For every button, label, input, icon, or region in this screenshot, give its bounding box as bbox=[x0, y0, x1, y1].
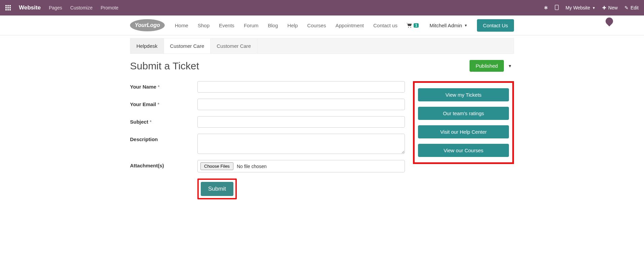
nav-home[interactable]: Home bbox=[171, 20, 192, 31]
ticket-form: Your Name * Your Email * Subject * Descr… bbox=[130, 81, 405, 205]
site-logo[interactable]: YourLogo bbox=[130, 19, 165, 31]
nav-shop[interactable]: Shop bbox=[194, 20, 213, 31]
view-courses-button[interactable]: View our Courses bbox=[418, 144, 509, 157]
side-actions-panel: View my Tickets Our team's ratings Visit… bbox=[413, 81, 514, 164]
team-ratings-button[interactable]: Our team's ratings bbox=[418, 107, 509, 120]
nav-events[interactable]: Events bbox=[216, 20, 238, 31]
file-input-wrapper[interactable]: Choose Files No file chosen bbox=[197, 160, 405, 172]
name-label: Your Name * bbox=[130, 81, 197, 90]
app-brand[interactable]: Website bbox=[19, 4, 41, 11]
page-header-row: Submit a Ticket Published ▼ bbox=[130, 60, 514, 72]
breadcrumb: Helpdesk Customer Care Customer Care bbox=[130, 38, 514, 54]
edit-label: Edit bbox=[631, 5, 639, 10]
bug-icon[interactable]: ✱ bbox=[544, 5, 548, 10]
topbar-right: ✱ My Website ▼ ✚ New ✎ Edit bbox=[544, 5, 639, 11]
topbar-left: Website Pages Customize Promote bbox=[5, 4, 119, 11]
topbar-pages[interactable]: Pages bbox=[49, 5, 62, 10]
email-input[interactable] bbox=[197, 99, 405, 110]
publish-group: Published ▼ bbox=[470, 60, 514, 72]
svg-point-1 bbox=[408, 27, 409, 28]
breadcrumb-root[interactable]: Helpdesk bbox=[130, 38, 164, 54]
edit-button[interactable]: ✎ Edit bbox=[624, 5, 639, 10]
page-title: Submit a Ticket bbox=[130, 60, 199, 72]
help-center-button[interactable]: Visit our Help Center bbox=[418, 125, 509, 138]
published-button[interactable]: Published bbox=[470, 60, 504, 72]
view-my-tickets-button[interactable]: View my Tickets bbox=[418, 88, 509, 101]
my-website-dropdown[interactable]: My Website ▼ bbox=[566, 5, 595, 10]
form-row-attachments: Attachment(s) Choose Files No file chose… bbox=[130, 160, 405, 172]
caret-down-icon: ▼ bbox=[592, 6, 595, 10]
top-toolbar: Website Pages Customize Promote ✱ My Web… bbox=[0, 0, 644, 15]
subject-input[interactable] bbox=[197, 116, 405, 128]
form-row-email: Your Email * bbox=[130, 99, 405, 110]
publish-caret-icon[interactable]: ▼ bbox=[506, 64, 514, 68]
form-row-submit: Submit bbox=[130, 178, 405, 199]
breadcrumb-active[interactable]: Customer Care bbox=[164, 38, 211, 54]
name-input[interactable] bbox=[197, 81, 405, 93]
description-textarea[interactable] bbox=[197, 134, 405, 154]
submit-button[interactable]: Submit bbox=[201, 182, 233, 196]
caret-down-icon: ▼ bbox=[464, 24, 468, 27]
email-label: Your Email * bbox=[130, 99, 197, 107]
apps-grid-icon[interactable] bbox=[5, 5, 11, 10]
pencil-icon: ✎ bbox=[624, 5, 629, 10]
nav-help[interactable]: Help bbox=[284, 20, 301, 31]
svg-rect-0 bbox=[555, 5, 558, 10]
plus-icon: ✚ bbox=[602, 5, 606, 10]
subject-label: Subject * bbox=[130, 116, 197, 125]
site-navbar: YourLogo Home Shop Events Forum Blog Hel… bbox=[0, 15, 644, 35]
breadcrumb-trail: Customer Care bbox=[211, 38, 257, 54]
contact-us-button[interactable]: Contact Us bbox=[477, 19, 514, 32]
my-website-label: My Website bbox=[566, 5, 590, 10]
main-grid: Your Name * Your Email * Subject * Descr… bbox=[130, 81, 514, 205]
new-button[interactable]: ✚ New bbox=[602, 5, 618, 10]
choose-files-button[interactable]: Choose Files bbox=[200, 162, 233, 170]
nav-forum[interactable]: Forum bbox=[240, 20, 262, 31]
cart-count-badge: 1 bbox=[414, 23, 419, 28]
mobile-preview-icon[interactable] bbox=[555, 5, 559, 11]
attachments-label: Attachment(s) bbox=[130, 160, 197, 168]
svg-point-2 bbox=[410, 27, 411, 28]
topbar-customize[interactable]: Customize bbox=[70, 5, 93, 10]
file-status-text: No file chosen bbox=[237, 164, 267, 169]
cart-icon bbox=[406, 23, 412, 28]
new-label: New bbox=[608, 5, 618, 10]
nav-blog[interactable]: Blog bbox=[264, 20, 281, 31]
page-container: Helpdesk Customer Care Customer Care Sub… bbox=[130, 38, 514, 219]
nav-appointment[interactable]: Appointment bbox=[332, 20, 367, 31]
form-row-subject: Subject * bbox=[130, 116, 405, 128]
submit-highlight: Submit bbox=[197, 178, 237, 199]
nav-courses[interactable]: Courses bbox=[304, 20, 329, 31]
user-name: Mitchell Admin bbox=[429, 23, 462, 28]
description-label: Description bbox=[130, 134, 197, 142]
form-row-name: Your Name * bbox=[130, 81, 405, 93]
user-dropdown[interactable]: Mitchell Admin ▼ bbox=[429, 23, 468, 28]
nav-contact[interactable]: Contact us bbox=[370, 20, 401, 31]
cart-button[interactable]: 1 bbox=[406, 23, 419, 28]
topbar-promote[interactable]: Promote bbox=[101, 5, 119, 10]
form-row-description: Description bbox=[130, 134, 405, 154]
